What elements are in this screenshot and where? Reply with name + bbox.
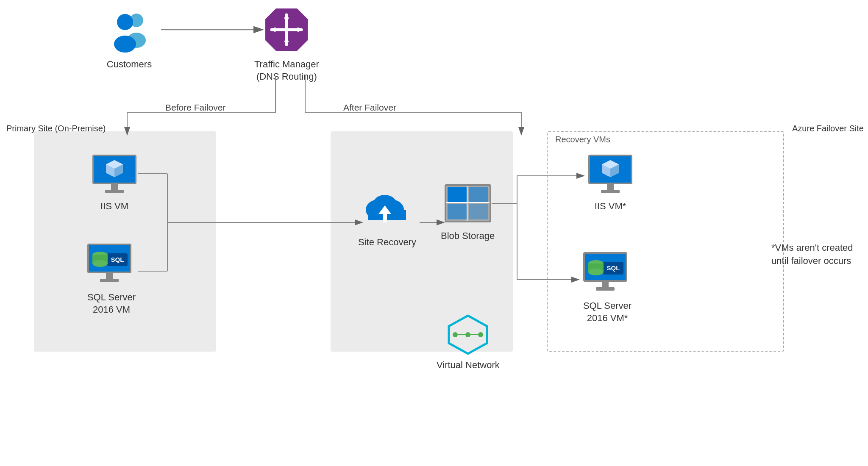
virtual-network-icon	[440, 313, 495, 356]
sql-vm-recovery-label: SQL Server 2016 VM*	[583, 300, 632, 324]
svg-rect-63	[602, 282, 609, 288]
label-primary-site: Primary Site (On-Premise)	[6, 124, 106, 133]
blob-storage-label: Blob Storage	[441, 230, 495, 242]
svg-point-2	[117, 14, 133, 30]
svg-rect-28	[100, 279, 119, 282]
svg-rect-39	[469, 204, 488, 219]
svg-point-62	[588, 269, 604, 275]
iis-vm-primary-icon	[89, 153, 140, 197]
site-recovery-icon	[359, 186, 415, 233]
svg-rect-27	[106, 273, 113, 280]
svg-text:SQL: SQL	[607, 264, 620, 272]
label-azure-site: Azure Failover Site	[792, 124, 864, 133]
virtual-network-block: Virtual Network	[437, 313, 500, 372]
sql-vm-primary-label: SQL Server 2016 VM	[87, 291, 136, 316]
svg-point-43	[453, 332, 458, 337]
iis-vm-recovery-block: IIS VM*	[585, 153, 636, 213]
blob-storage-block: Blob Storage	[441, 182, 495, 242]
iis-vm-recovery-label: IIS VM*	[595, 200, 626, 213]
site-recovery-block: Site Recovery	[358, 186, 416, 249]
sql-vm-primary-icon: SQL	[84, 241, 139, 288]
svg-point-26	[92, 260, 108, 267]
iis-vm-primary-label: IIS VM	[100, 200, 128, 213]
svg-rect-64	[596, 287, 615, 291]
customers-block: Customers	[106, 8, 153, 71]
traffic-manager-block: Traffic Manager (DNS Routing)	[254, 4, 319, 83]
svg-rect-54	[607, 184, 614, 191]
sql-vm-recovery-icon: SQL	[580, 250, 635, 297]
svg-rect-36	[448, 187, 467, 202]
svg-rect-38	[448, 204, 467, 219]
label-recovery-vms: Recovery VMs	[555, 135, 610, 144]
svg-rect-18	[111, 184, 118, 191]
svg-point-45	[478, 332, 483, 337]
diagram-container: Primary Site (On-Premise) Azure Failover…	[0, 0, 868, 466]
virtual-network-label: Virtual Network	[437, 359, 500, 372]
site-recovery-label: Site Recovery	[358, 236, 416, 249]
blob-storage-icon	[442, 182, 493, 227]
sql-vm-primary-block: SQL SQL Server 2016 VM	[84, 241, 139, 316]
iis-vm-recovery-icon	[585, 153, 636, 197]
svg-point-3	[114, 36, 136, 53]
svg-point-44	[465, 332, 470, 337]
label-after-failover: After Failover	[343, 103, 396, 113]
traffic-manager-icon	[261, 4, 312, 55]
svg-rect-19	[105, 190, 124, 193]
label-before-failover: Before Failover	[165, 103, 225, 113]
vms-note: *VMs aren't created until failover occur…	[771, 241, 856, 268]
customers-label: Customers	[107, 58, 152, 71]
sql-vm-recovery-block: SQL SQL Server 2016 VM*	[580, 250, 635, 324]
iis-vm-primary-block: IIS VM	[89, 153, 140, 213]
svg-text:SQL: SQL	[111, 256, 124, 263]
customers-icon	[106, 8, 153, 55]
svg-rect-55	[601, 190, 620, 193]
traffic-manager-label: Traffic Manager (DNS Routing)	[254, 58, 319, 83]
svg-rect-37	[469, 187, 488, 202]
